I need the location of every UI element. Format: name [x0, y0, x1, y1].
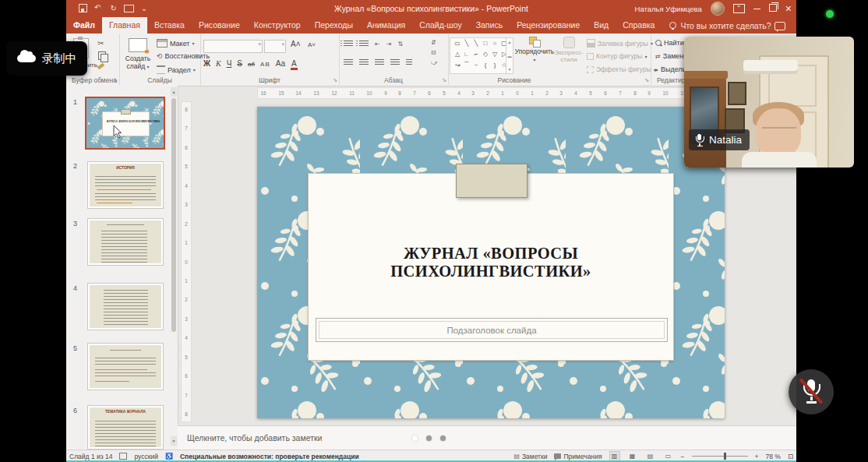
slide-title[interactable]: ЖУРНАЛ «ВОПРОСЫ ПСИХОЛИНГВИСТИКИ» — [312, 245, 670, 280]
increase-indent-icon[interactable]: ⇥ — [386, 41, 392, 48]
slide-canvas[interactable]: ЖУРНАЛ «ВОПРОСЫ ПСИХОЛИНГВИСТИКИ» Подзаг… — [257, 107, 725, 418]
account-user-name[interactable]: Наталья Уфимцева — [635, 5, 702, 13]
ribbon-tab[interactable]: Анимация — [360, 17, 412, 34]
shape-icon[interactable]: ~ — [471, 60, 481, 71]
numbering-icon[interactable] — [359, 41, 369, 48]
font-style-button[interactable]: АВ — [260, 61, 270, 68]
align-center-icon[interactable] — [359, 59, 369, 66]
close-button[interactable]: × — [785, 0, 792, 17]
avatar[interactable] — [711, 2, 725, 16]
zoom-slider[interactable] — [692, 456, 748, 457]
webcam-tile[interactable]: Natalia — [684, 37, 854, 168]
shape-icon[interactable]: △ — [453, 49, 462, 60]
shape-icon[interactable]: } — [490, 60, 499, 71]
zoom-in-icon[interactable]: + — [755, 453, 759, 460]
microphone-muted-button[interactable] — [789, 369, 834, 414]
layout-button[interactable]: Макет▾ — [157, 39, 195, 48]
shape-icon[interactable]: ↝ — [453, 60, 462, 71]
font-size-combobox[interactable] — [264, 40, 286, 53]
ribbon-tab[interactable]: Вид — [587, 17, 616, 34]
shape-outline-button[interactable]: Контур фигуры▾ — [587, 52, 647, 60]
notes-toggle[interactable]: ▤ Заметки — [513, 453, 547, 460]
shrink-font-icon[interactable]: А˅ — [308, 41, 316, 48]
slide-decor-tab[interactable] — [456, 164, 528, 198]
shape-icon[interactable]: ⌐ — [471, 49, 481, 60]
columns-icon[interactable] — [406, 59, 412, 66]
font-name-combobox[interactable] — [203, 40, 263, 53]
shapes-gallery-scroll[interactable]: ▲▬▼ — [506, 38, 513, 73]
shapes-gallery[interactable]: ▭╲╲□○▢ △∟⌐◇▽▷ ↝⌒~{}☆ ▲▬▼ — [450, 37, 513, 74]
copy-icon[interactable] — [98, 51, 106, 60]
language-indicator[interactable]: русский — [134, 453, 158, 460]
comments-toggle[interactable]: Примечания — [554, 453, 602, 460]
ribbon-tab[interactable]: Конструктор — [247, 17, 308, 34]
cut-icon[interactable]: ✂ — [97, 39, 104, 48]
text-direction-icon[interactable]: ⇵ — [431, 39, 438, 46]
thumbnail-slide-6[interactable]: ТЕМАТИКА ЖУРНАЛА — [87, 405, 164, 450]
grow-font-icon[interactable]: А˄ — [291, 40, 301, 48]
ribbon-tab[interactable]: Справка — [616, 17, 662, 34]
decrease-indent-icon[interactable]: ⇤ — [375, 41, 380, 48]
font-style-button[interactable]: аб — [248, 61, 255, 68]
display-settings-icon[interactable] — [119, 453, 127, 460]
ribbon-display-options-icon[interactable] — [733, 4, 745, 13]
thumbnail-slide-5[interactable] — [87, 343, 164, 390]
tab-file[interactable]: Файл — [66, 17, 102, 34]
scroll-up-icon[interactable]: ▲ — [171, 87, 177, 97]
scrollbar-thumb[interactable] — [171, 98, 176, 332]
shape-effects-button[interactable]: Эффекты фигуры▾ — [587, 65, 656, 73]
ribbon-tab[interactable]: Рецензирование — [510, 17, 587, 34]
thumbnail-slide-3[interactable] — [87, 218, 164, 266]
zoom-level[interactable]: 78 % — [766, 453, 781, 460]
shape-icon[interactable]: ○ — [490, 38, 499, 49]
font-style-button[interactable]: А — [291, 59, 298, 70]
font-style-button[interactable]: К — [216, 59, 221, 68]
ribbon-tab[interactable]: Рисование — [192, 17, 247, 34]
justify-icon[interactable] — [390, 59, 400, 66]
comment-icon[interactable] — [774, 22, 785, 30]
thumbnail-scrollbar[interactable]: ▲ ▼ — [171, 87, 177, 447]
ribbon-tab[interactable]: Вставка — [147, 17, 192, 34]
thumbnail-slide-1-selected[interactable]: ЖУРНАЛ «ВОПРОСЫ ПСИХОЛИНГВИСТИКИ» — [85, 97, 165, 150]
zoom-out-icon[interactable]: − — [681, 453, 685, 460]
shape-icon[interactable]: ▽ — [490, 49, 499, 60]
font-style-button[interactable]: Аа — [276, 59, 285, 68]
ribbon-tab[interactable]: Слайд-шоу — [412, 17, 468, 34]
shape-icon[interactable]: ⌒ — [462, 60, 471, 71]
paragraph-dialog-launcher[interactable]: ⇘ — [442, 77, 446, 83]
restore-button[interactable] — [769, 0, 777, 17]
shape-fill-button[interactable]: Заливка фигуры▾ — [587, 39, 653, 48]
shape-icon[interactable]: ▭ — [453, 38, 462, 49]
font-style-button[interactable]: Ж — [203, 59, 210, 68]
quick-styles-button[interactable]: Экспресс-стили — [554, 37, 584, 64]
drawing-dialog-launcher[interactable]: ⇘ — [644, 77, 649, 83]
shape-icon[interactable]: □ — [481, 38, 490, 49]
zoom-slider-thumb[interactable] — [724, 453, 726, 460]
notes-pane[interactable]: Щелкните, чтобы добавить заметки — [178, 425, 796, 450]
align-right-icon[interactable] — [375, 59, 384, 66]
thumbnail-slide-4[interactable] — [87, 283, 164, 330]
new-slide-button[interactable]: Создать слайд ▾ — [122, 38, 154, 71]
ribbon-tab[interactable]: Переходы — [308, 17, 360, 34]
line-spacing-icon[interactable]: ⇅ — [397, 41, 403, 48]
thumbnail-slide-2[interactable]: ИСТОРИЯ — [87, 161, 164, 209]
shape-icon[interactable]: ◇ — [481, 49, 490, 60]
bullets-icon[interactable] — [344, 41, 353, 48]
font-style-button[interactable]: S — [237, 59, 242, 68]
smartart-convert-icon[interactable]: ⤻ — [431, 59, 438, 67]
tab-home-active[interactable]: Главная — [102, 17, 147, 34]
scroll-down-icon[interactable]: ▼ — [171, 436, 177, 446]
subtitle-placeholder[interactable]: Подзаголовок слайда — [316, 318, 668, 342]
shape-icon[interactable]: ╲ — [471, 38, 481, 49]
tell-me-assistant[interactable]: Что вы хотите сделать? — [669, 17, 771, 34]
ribbon-tab[interactable]: Запись — [469, 17, 510, 34]
arrange-button[interactable]: Упорядочить▾ — [517, 37, 552, 62]
align-left-icon[interactable] — [344, 59, 353, 66]
overlay-page-dots[interactable] — [412, 436, 446, 441]
section-button[interactable]: Раздел▾ — [157, 65, 196, 74]
find-button[interactable]: Найти — [655, 39, 684, 47]
font-dialog-launcher[interactable]: ⇘ — [333, 77, 337, 83]
format-painter-icon[interactable] — [97, 63, 105, 69]
clipboard-dialog-launcher[interactable]: ⇘ — [113, 77, 118, 83]
shape-icon[interactable]: ∟ — [462, 49, 471, 60]
